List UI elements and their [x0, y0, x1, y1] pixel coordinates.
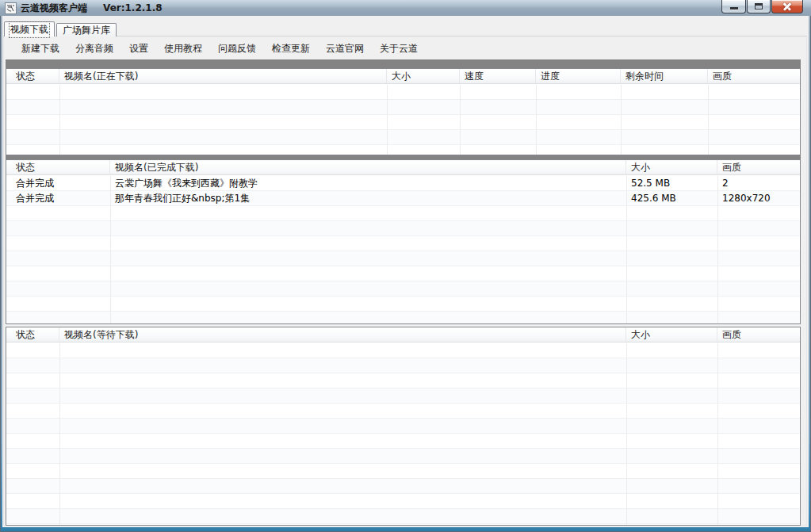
column-header-quality[interactable]: 画质 [717, 160, 800, 174]
column-header-quality[interactable]: 画质 [708, 69, 800, 83]
app-logo-glyph [6, 4, 15, 13]
column-header-name[interactable]: 视频名(正在下载) [59, 69, 387, 83]
downloading-table: 状态 视频名(正在下载) 大小 速度 进度 剩余时间 画质 [6, 68, 801, 155]
minimize-icon [730, 7, 738, 10]
completed-row-2[interactable]: 合并完成 那年青春我们正好&nbsp;第1集 425.6 MB 1280x720 [6, 191, 800, 206]
column-header-status[interactable]: 状态 [6, 327, 59, 342]
column-header-quality[interactable]: 画质 [717, 327, 800, 342]
column-header-status[interactable]: 状态 [6, 160, 110, 174]
row-name: 云裳广场舞《我来到西藏》附教学 [110, 176, 626, 190]
close-icon [782, 2, 792, 11]
column-header-size[interactable]: 大小 [626, 160, 717, 174]
app-icon [5, 2, 17, 14]
toolbar-item-extract-audio[interactable]: 分离音频 [75, 42, 113, 55]
column-divider [621, 85, 622, 155]
row-status: 合并完成 [6, 191, 110, 205]
row-quality: 2 [717, 176, 800, 190]
waiting-table-header: 状态 视频名(等待下载) 大小 画质 [6, 327, 800, 343]
window-controls [721, 0, 803, 13]
tab-strip-baseline [3, 36, 807, 36]
maximize-button[interactable] [747, 0, 771, 13]
downloading-table-body [6, 85, 800, 155]
waiting-table-body [6, 343, 800, 525]
column-divider [717, 343, 718, 525]
column-header-name[interactable]: 视频名(已完成下载) [110, 160, 626, 174]
column-divider [708, 85, 709, 155]
row-size: 425.6 MB [626, 191, 717, 205]
column-divider [536, 85, 537, 155]
downloading-table-header: 状态 视频名(正在下载) 大小 速度 进度 剩余时间 画质 [6, 69, 800, 84]
toolbar: 新建下载 分离音频 设置 使用教程 问题反馈 检查更新 云道官网 关于云道 [0, 40, 811, 56]
toolbar-item-new-download[interactable]: 新建下载 [21, 42, 59, 55]
row-quality: 1280x720 [717, 191, 800, 205]
completed-row-1[interactable]: 合并完成 云裳广场舞《我来到西藏》附教学 52.5 MB 2 [6, 176, 800, 191]
separator-bar-top [6, 59, 801, 68]
completed-table-header: 状态 视频名(已完成下载) 大小 画质 [6, 160, 800, 175]
tab-square-dance-library[interactable]: 广场舞片库 [56, 23, 117, 36]
column-header-status[interactable]: 状态 [6, 69, 59, 83]
window-version: Ver:1.2.1.8 [103, 2, 163, 13]
toolbar-item-feedback[interactable]: 问题反馈 [218, 42, 256, 55]
tab-bar: 视频下载 广场舞片库 [4, 22, 118, 36]
close-button[interactable] [771, 0, 803, 13]
toolbar-item-official-site[interactable]: 云道官网 [326, 42, 364, 55]
column-header-name[interactable]: 视频名(等待下载) [59, 327, 626, 342]
column-header-speed[interactable]: 速度 [460, 69, 536, 83]
row-name: 那年青春我们正好&nbsp;第1集 [110, 191, 626, 205]
column-header-progress[interactable]: 进度 [536, 69, 621, 83]
column-divider [460, 85, 461, 155]
minimize-button[interactable] [721, 0, 746, 13]
tab-square-dance-library-label: 广场舞片库 [63, 24, 110, 37]
completed-table-body: 合并完成 云裳广场舞《我来到西藏》附教学 52.5 MB 2 合并完成 那年青春… [6, 176, 800, 323]
column-header-size[interactable]: 大小 [626, 327, 717, 342]
window-title: 云道视频客户端 [21, 2, 87, 15]
tab-video-download[interactable]: 视频下载 [4, 21, 55, 36]
maximize-icon [755, 3, 763, 10]
column-divider [59, 85, 60, 155]
app-window: 云道视频客户端 Ver:1.2.1.8 视频下载 广场舞片库 新建下载 分离音频… [0, 0, 811, 532]
toolbar-item-about[interactable]: 关于云道 [380, 42, 418, 55]
waiting-table: 状态 视频名(等待下载) 大小 画质 [6, 327, 801, 526]
column-header-size[interactable]: 大小 [387, 69, 460, 83]
column-header-remaining[interactable]: 剩余时间 [621, 69, 708, 83]
titlebar: 云道视频客户端 Ver:1.2.1.8 [0, 0, 811, 16]
toolbar-item-check-update[interactable]: 检查更新 [272, 42, 310, 55]
completed-table: 状态 视频名(已完成下载) 大小 画质 合并完成 云裳广场舞《我来到西藏》附教学… [6, 159, 801, 324]
column-divider [387, 85, 388, 155]
row-status: 合并完成 [6, 176, 110, 190]
toolbar-item-settings[interactable]: 设置 [129, 42, 148, 55]
toolbar-item-tutorial[interactable]: 使用教程 [164, 42, 202, 55]
row-size: 52.5 MB [626, 176, 717, 190]
column-divider [626, 343, 627, 525]
tab-video-download-label: 视频下载 [10, 23, 48, 36]
column-divider [59, 343, 60, 525]
